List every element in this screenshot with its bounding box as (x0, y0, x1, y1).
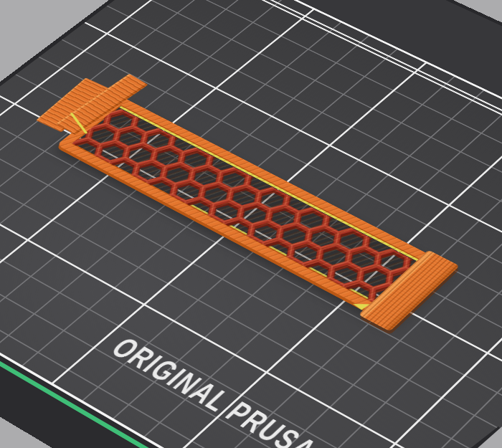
print-bed: ORIGINAL PRUSA i3 (0, 0, 502, 448)
slicer-3d-viewport[interactable]: ORIGINAL PRUSA i3 (0, 0, 502, 448)
bed-corner-cutout (478, 426, 502, 448)
